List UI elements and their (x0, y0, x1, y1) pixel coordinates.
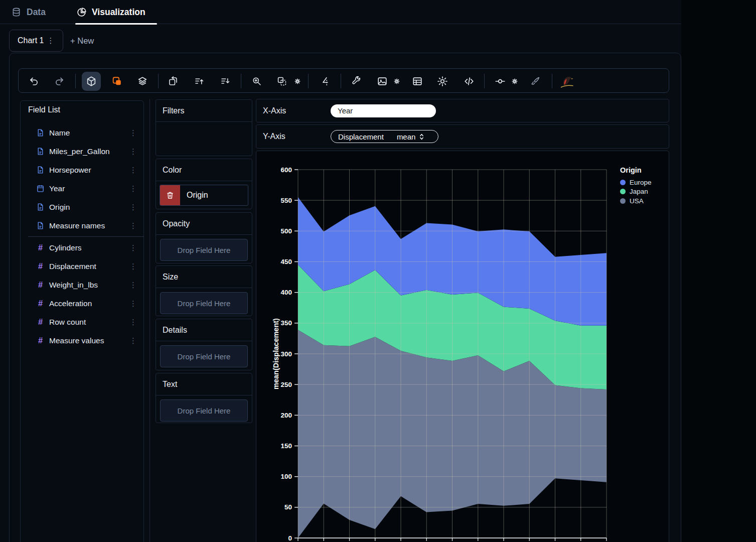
field-menu-icon[interactable]: ⋮ (126, 203, 144, 212)
chart-tab-menu-icon[interactable]: ⋮ (47, 36, 54, 45)
opacity-title: Opacity (156, 213, 252, 235)
field-menu-icon[interactable]: ⋮ (126, 128, 144, 138)
tools-wrench-icon[interactable] (351, 76, 362, 86)
color-field-chip[interactable]: Origin (160, 185, 248, 206)
field-item-cylinders[interactable]: # Cylinders ⋮ (20, 238, 144, 257)
svg-text:250: 250 (280, 381, 292, 388)
tab-visualization-label: Visualization (92, 7, 145, 18)
field-item-horsepower[interactable]: Horsepower ⋮ (20, 161, 144, 179)
scale-slider-icon[interactable] (495, 76, 506, 87)
field-menu-icon[interactable]: ⋮ (126, 221, 144, 230)
toolbar-divider (75, 74, 76, 88)
x-axis-shelf[interactable]: X-Axis Year (256, 99, 669, 122)
svg-text:150: 150 (280, 442, 292, 450)
stack-layers-icon[interactable] (137, 76, 148, 87)
sort-ascending-icon[interactable] (194, 76, 205, 86)
limit-icon[interactable] (320, 76, 331, 87)
hash-measure-icon: # (36, 243, 45, 252)
active-tab-indicator (75, 23, 157, 25)
export-table-icon[interactable] (412, 76, 423, 87)
svg-text:450: 450 (280, 258, 292, 265)
document-icon (36, 221, 45, 230)
field-menu-icon[interactable]: ⋮ (126, 336, 144, 345)
details-drop-zone[interactable]: Drop Field Here (160, 345, 248, 367)
tab-visualization[interactable]: Visualization (76, 0, 145, 24)
field-menu-icon[interactable]: ⋮ (126, 166, 144, 175)
scale-config-gear-icon[interactable] (512, 78, 518, 84)
svg-text:100: 100 (280, 473, 292, 480)
hash-measure-icon: # (36, 299, 45, 308)
field-menu-icon[interactable]: ⋮ (126, 299, 144, 308)
kanaries-bird-logo-icon[interactable] (559, 74, 575, 88)
painter-brush-icon[interactable] (530, 76, 541, 86)
field-item-weight-in-lbs[interactable]: # Weight_in_lbs ⋮ (20, 276, 144, 294)
svg-text:550: 550 (280, 197, 292, 204)
field-item-origin[interactable]: Origin ⋮ (20, 198, 144, 216)
export-image-config-gear-icon[interactable] (394, 78, 400, 84)
y-axis-field-pill[interactable]: Displacement mean (331, 130, 438, 143)
stacked-area-chart: 050100150200250300350400450500550600mean… (256, 151, 670, 542)
export-image-icon[interactable] (377, 76, 388, 87)
field-item-measure-names[interactable]: Measure names ⋮ (20, 216, 144, 235)
toolbar-divider (158, 74, 159, 88)
chart-tab[interactable]: Chart 1 ⋮ (9, 30, 63, 52)
field-item-miles-per-gallon[interactable]: Miles_per_Gallon ⋮ (20, 142, 144, 161)
filters-drop-area[interactable] (156, 122, 252, 156)
x-axis-field-pill[interactable]: Year (331, 104, 436, 117)
svg-text:mean(Displacement): mean(Displacement) (272, 318, 280, 389)
resize-config-gear-icon[interactable] (294, 78, 300, 84)
color-title: Color (156, 159, 252, 181)
svg-text:50: 50 (284, 503, 292, 511)
field-item-row-count[interactable]: # Row count ⋮ (20, 313, 144, 331)
field-menu-icon[interactable]: ⋮ (126, 243, 144, 252)
hash-measure-icon: # (36, 261, 45, 271)
sort-descending-icon[interactable] (220, 76, 231, 86)
settings-gear-icon[interactable] (437, 76, 448, 87)
field-menu-icon[interactable]: ⋮ (126, 281, 144, 290)
resize-icon[interactable] (277, 76, 287, 86)
field-menu-icon[interactable]: ⋮ (126, 318, 144, 327)
x-axis-label: X-Axis (256, 106, 331, 115)
field-item-name[interactable]: Name ⋮ (20, 123, 144, 142)
field-menu-icon[interactable]: ⋮ (126, 147, 144, 156)
svg-text:200: 200 (280, 412, 292, 419)
undo-icon[interactable] (29, 76, 40, 86)
export-code-icon[interactable] (464, 76, 475, 87)
field-menu-icon[interactable]: ⋮ (126, 184, 144, 193)
legend-item-usa: USA (620, 196, 652, 206)
chart-canvas: 050100150200250300350400450500550600mean… (256, 151, 669, 542)
redo-icon[interactable] (54, 76, 65, 86)
field-menu-icon[interactable]: ⋮ (126, 262, 144, 271)
field-item-measure-values[interactable]: # Measure values ⋮ (20, 331, 144, 350)
database-icon (11, 7, 22, 18)
hash-measure-icon: # (36, 280, 45, 290)
dimension-measure-divider (28, 236, 144, 237)
toolbar (18, 68, 669, 93)
transpose-icon[interactable] (168, 76, 179, 86)
new-chart-button[interactable]: + New (70, 30, 94, 52)
text-card: Text Drop Field Here (156, 373, 252, 423)
tab-data[interactable]: Data (11, 0, 46, 24)
y-axis-label: Y-Axis (256, 132, 331, 141)
field-list-title: Field List (28, 105, 60, 114)
size-card: Size Drop Field Here (156, 265, 252, 316)
svg-text:350: 350 (280, 319, 292, 327)
field-list: Name ⋮ Miles_per_Gallon ⋮ Horsepower ⋮ Y… (20, 123, 144, 350)
mark-type-icon[interactable] (111, 76, 122, 87)
aggregation-cube-icon[interactable] (82, 72, 101, 91)
text-drop-zone[interactable]: Drop Field Here (160, 399, 248, 422)
svg-text:500: 500 (280, 227, 292, 235)
opacity-drop-zone[interactable]: Drop Field Here (160, 239, 248, 261)
legend-dot (620, 180, 626, 185)
field-item-acceleration[interactable]: # Acceleration ⋮ (20, 294, 144, 313)
legend-item-europe: Europe (620, 178, 652, 187)
size-drop-zone[interactable]: Drop Field Here (160, 292, 248, 314)
field-item-displacement[interactable]: # Displacement ⋮ (20, 257, 144, 276)
field-item-year[interactable]: Year ⋮ (20, 179, 144, 198)
y-axis-shelf[interactable]: Y-Axis Displacement mean (256, 124, 669, 149)
zoom-icon[interactable] (252, 76, 262, 86)
svg-text:600: 600 (280, 166, 292, 174)
toolbar-divider (484, 74, 485, 88)
remove-field-trash-icon[interactable] (160, 185, 180, 205)
aggregation-select[interactable]: mean (397, 132, 416, 141)
